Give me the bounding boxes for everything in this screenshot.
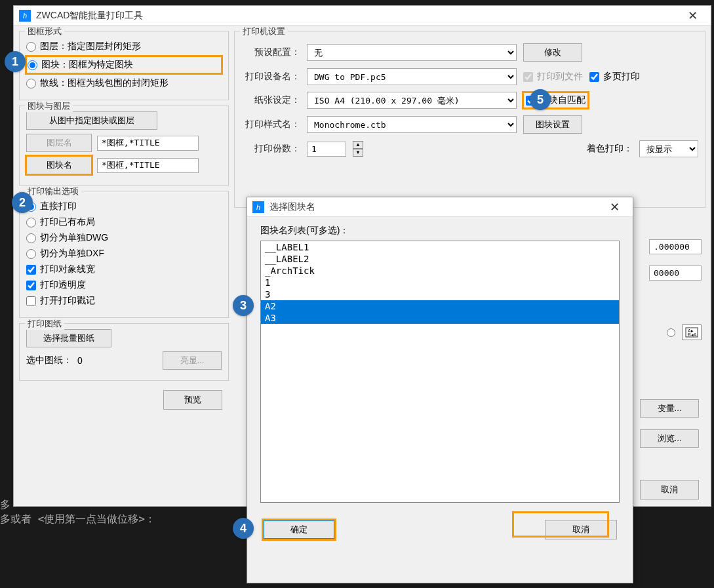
svg-text:B◂A: B◂A xyxy=(688,332,697,337)
step-badge-3: 3 xyxy=(233,295,254,316)
print-drawing-group: 打印图纸 选择批量图纸 选中图纸： 0 亮显... xyxy=(19,323,229,381)
step-badge-4: 4 xyxy=(233,518,254,539)
check-stamp[interactable]: 打开打印戳记 xyxy=(26,295,222,307)
output-options-group: 打印输出选项 直接打印 打印已有布局 切分为单独DWG 切分为单独DXF 打印对… xyxy=(19,191,229,318)
shade-label: 着色打印： xyxy=(587,143,633,155)
radio-print-layout[interactable]: 打印已有布局 xyxy=(26,216,222,228)
device-select[interactable]: DWG to PDF.pc5 xyxy=(307,68,517,85)
radio-scatter-label: 散线：图框为线包围的封闭矩形 xyxy=(40,77,169,89)
block-name-input[interactable] xyxy=(97,158,199,173)
sub-dialog: h 选择图块名 ✕ 图块名列表(可多选)： __LABEL1 __LABEL2 … xyxy=(247,197,633,583)
list-item[interactable]: 1 xyxy=(261,277,619,288)
radio-direct-print[interactable]: 直接打印 xyxy=(26,201,222,212)
select-batch-button[interactable]: 选择批量图纸 xyxy=(26,329,111,347)
copies-label: 打印份数： xyxy=(241,143,300,155)
ok-button[interactable]: 确定 xyxy=(263,520,335,539)
step-badge-1: 1 xyxy=(5,51,26,72)
app-icon: h xyxy=(252,201,264,213)
specify-block-layer-button[interactable]: 从图中指定图块或图层 xyxy=(26,111,157,130)
bg-text-1: 多 xyxy=(0,498,10,512)
app-icon: h xyxy=(19,10,31,22)
value-2-input[interactable] xyxy=(649,265,702,281)
sub-titlebar: h 选择图块名 ✕ xyxy=(247,197,633,217)
check-transparency[interactable]: 打印透明度 xyxy=(26,279,222,291)
layer-name-button: 图层名 xyxy=(26,134,92,152)
radio-scatter[interactable]: 散线：图框为线包围的封闭矩形 xyxy=(26,77,222,89)
check-print-to-file: 打印到文件 xyxy=(523,71,583,83)
check-lineweight[interactable]: 打印对象线宽 xyxy=(26,264,222,275)
list-item[interactable]: __LABEL1 xyxy=(261,241,619,253)
shade-select[interactable]: 按显示 xyxy=(639,140,698,157)
highlight-button: 亮显... xyxy=(163,351,222,370)
variables-button[interactable]: 变量... xyxy=(640,399,699,418)
block-name-listbox[interactable]: __LABEL1 __LABEL2 _ArchTick 1 3 A2 A3 xyxy=(260,241,620,503)
preset-select[interactable]: 无 xyxy=(307,44,517,61)
radio-block-label: 图块：图框为特定图块 xyxy=(41,59,133,71)
layer-name-input[interactable] xyxy=(97,136,199,151)
output-options-legend: 打印输出选项 xyxy=(25,186,81,197)
style-label: 打印样式名： xyxy=(241,119,300,130)
main-cancel-button[interactable]: 取消 xyxy=(640,480,699,500)
sub-title: 选择图块名 xyxy=(269,201,601,213)
frame-style-legend: 图框形式 xyxy=(25,26,64,37)
paper-select[interactable]: ISO A4 (210.00 x 297.00 毫米) xyxy=(307,92,517,109)
printer-settings-group: 打印机设置 预设配置： 无 修改 打印设备名： DWG to PDF.pc5 打… xyxy=(234,31,705,208)
list-item[interactable]: A3 xyxy=(261,312,619,324)
browse-button[interactable]: 浏览... xyxy=(640,429,699,448)
style-select[interactable]: Monochrome.ctb xyxy=(307,116,517,133)
list-item[interactable]: _ArchTick xyxy=(261,265,619,277)
main-titlebar: h ZWCAD智能批量打印工具 ✕ xyxy=(14,6,711,26)
list-label: 图块名列表(可多选)： xyxy=(260,225,620,237)
radio-layer-label: 图层：指定图层封闭矩形 xyxy=(40,41,141,52)
preview-button[interactable]: 预览 xyxy=(163,390,222,410)
close-icon[interactable]: ✕ xyxy=(679,7,705,25)
step-badge-2: 2 xyxy=(12,192,33,213)
copies-input[interactable] xyxy=(307,142,346,157)
device-label: 打印设备名： xyxy=(241,71,300,83)
orientation-icon: A▸B◂A xyxy=(682,324,702,340)
sub-cancel-button[interactable]: 取消 xyxy=(545,520,617,539)
block-name-button[interactable]: 图块名 xyxy=(26,156,92,174)
list-item[interactable]: A2 xyxy=(261,300,619,312)
block-layer-legend: 图块与图层 xyxy=(25,100,73,112)
block-layer-group: 图块与图层 从图中指定图块或图层 图层名 图块名 xyxy=(19,106,229,186)
radio-orientation[interactable] xyxy=(667,328,675,337)
close-icon[interactable]: ✕ xyxy=(601,198,627,216)
selected-count-value: 0 xyxy=(77,355,83,366)
selected-count-label: 选中图纸： xyxy=(26,355,72,366)
bg-text-2: 多或者 <使用第一点当做位移>： xyxy=(0,513,155,526)
paper-label: 纸张设定： xyxy=(241,94,300,106)
radio-split-dxf[interactable]: 切分为单独DXF xyxy=(26,248,222,260)
radio-block[interactable]: 图块：图框为特定图块 xyxy=(26,56,222,73)
value-1-input[interactable] xyxy=(649,239,702,254)
main-title: ZWCAD智能批量打印工具 xyxy=(36,10,679,22)
modify-button[interactable]: 修改 xyxy=(523,43,582,62)
list-item[interactable]: 3 xyxy=(261,288,619,300)
radio-split-dwg[interactable]: 切分为单独DWG xyxy=(26,232,222,244)
radio-layer[interactable]: 图层：指定图层封闭矩形 xyxy=(26,41,222,52)
step-badge-5: 5 xyxy=(530,89,551,110)
printer-settings-legend: 打印机设置 xyxy=(240,26,288,37)
list-item[interactable]: __LABEL2 xyxy=(261,253,619,265)
frame-style-group: 图框形式 图层：指定图层封闭矩形 图块：图框为特定图块 散线：图框为线包围的封闭… xyxy=(19,31,229,100)
preset-label: 预设配置： xyxy=(241,47,300,58)
check-multipage[interactable]: 多页打印 xyxy=(589,71,640,83)
block-settings-button[interactable]: 图块设置 xyxy=(523,115,582,134)
print-drawing-legend: 打印图纸 xyxy=(25,318,64,330)
copies-spinner[interactable]: ▲▼ xyxy=(353,141,363,157)
